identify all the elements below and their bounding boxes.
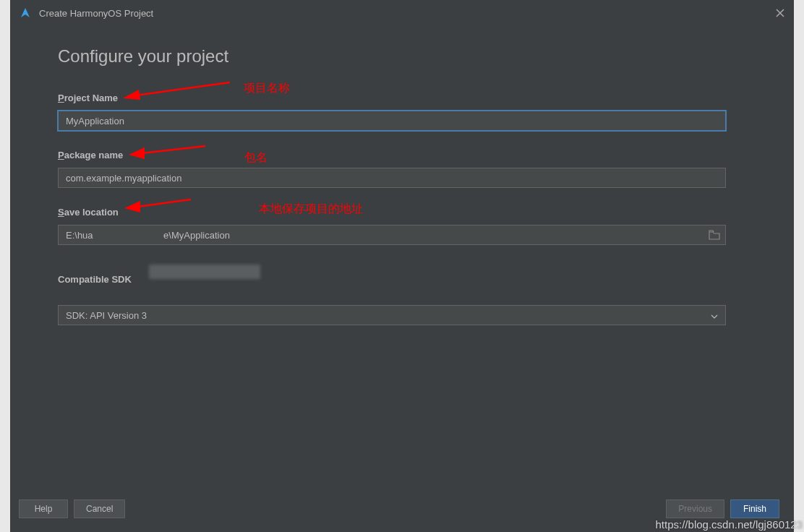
titlebar: Create HarmonyOS Project	[10, 0, 794, 26]
browse-folder-icon[interactable]	[709, 230, 720, 240]
previous-button[interactable]: Previous	[666, 499, 724, 518]
field-compatible-sdk: Compatible SDK SDK: API Version 3	[58, 274, 726, 325]
compatible-sdk-label: Compatible SDK	[58, 274, 726, 285]
help-button[interactable]: Help	[19, 499, 68, 518]
close-icon[interactable]	[775, 8, 785, 18]
project-name-label: Project Name	[58, 93, 726, 103]
field-project-name: Project Name	[58, 93, 726, 131]
save-location-input[interactable]	[58, 225, 726, 245]
left-edge-strip	[0, 0, 10, 532]
app-icon	[19, 7, 32, 20]
watermark: https://blog.csdn.net/lgj860123	[656, 518, 803, 531]
field-package-name: Package name	[58, 150, 726, 188]
window-title: Create HarmonyOS Project	[39, 8, 775, 19]
project-name-input[interactable]	[58, 111, 726, 131]
chevron-down-icon	[711, 312, 718, 319]
page-title: Configure your project	[58, 46, 726, 66]
package-name-label: Package name	[58, 150, 726, 160]
field-save-location: Save location	[58, 207, 726, 245]
finish-button[interactable]: Finish	[730, 499, 779, 518]
package-name-input[interactable]	[58, 168, 726, 188]
content-area: Configure your project Project Name Pack…	[58, 46, 726, 344]
save-location-label: Save location	[58, 207, 726, 218]
cancel-button[interactable]: Cancel	[74, 499, 125, 518]
right-edge-strip	[794, 0, 804, 532]
compatible-sdk-select[interactable]: SDK: API Version 3	[58, 305, 726, 325]
compatible-sdk-value: SDK: API Version 3	[66, 310, 147, 321]
